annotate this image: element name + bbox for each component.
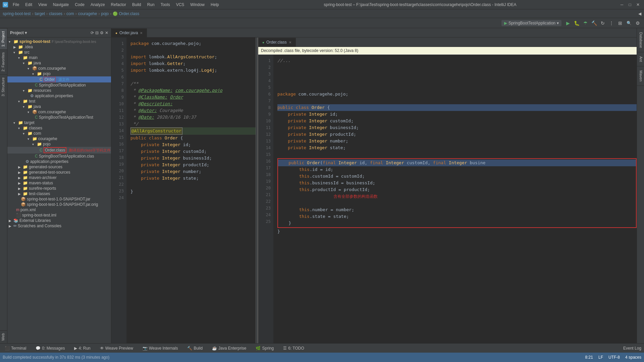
bottom-tab-weave-internals[interactable]: 📷 Weave Internals bbox=[141, 345, 180, 351]
sidebar-tab-favorites[interactable]: 2: Favorites bbox=[0, 49, 7, 74]
project-sync-icon[interactable]: ⟳ bbox=[91, 31, 94, 35]
breadcrumb-classes[interactable]: classes bbox=[49, 11, 62, 16]
project-collapse-icon[interactable]: ⊟ bbox=[95, 31, 99, 35]
tree-scratches[interactable]: ▶ ✏ Scratches and Consoles bbox=[7, 223, 111, 229]
tree-classes-couragehe[interactable]: ▾ 📁 couragehe bbox=[7, 136, 111, 141]
tab-order-class[interactable]: ● Order.class ✕ bbox=[258, 38, 296, 47]
tree-com-couragehe[interactable]: ▾ 📦 com.couragehe bbox=[7, 66, 111, 71]
back-button[interactable]: ◀ bbox=[638, 11, 641, 16]
tree-gen-test-sources[interactable]: ▶ 📁 generated-test-sources bbox=[7, 170, 111, 175]
right-code-editor[interactable]: 12345 678910 1112131415 1617181920 21222… bbox=[258, 55, 637, 343]
encoding[interactable]: UTF-8 bbox=[608, 355, 620, 360]
code-content-left[interactable]: package com.couragehe.pojo; import lombo… bbox=[126, 38, 256, 343]
breadcrumb-com[interactable]: com bbox=[66, 11, 74, 16]
tree-classes[interactable]: ▾ 📁 classes bbox=[7, 125, 111, 131]
bottom-tab-terminal[interactable]: ⬛ Terminal bbox=[3, 345, 28, 351]
run-button[interactable]: ▶ bbox=[564, 19, 572, 27]
right-tab-ant[interactable]: Ant bbox=[637, 52, 644, 66]
tree-surefire[interactable]: ▶ 📁 surefire-reports bbox=[7, 186, 111, 191]
menu-edit[interactable]: Edit bbox=[22, 2, 35, 8]
tree-java[interactable]: ▾ 📁 java bbox=[7, 60, 111, 66]
right-tab-maven[interactable]: Maven bbox=[637, 66, 644, 86]
tree-jar-orig[interactable]: 📦 spring-boot-test-1.0-SNAPSHOT.jar.orig bbox=[7, 202, 111, 207]
bottom-tab-run[interactable]: ▶ 4: Run bbox=[72, 345, 92, 351]
tree-src[interactable]: ▾ 📁 src bbox=[7, 50, 111, 55]
tree-springbootapp[interactable]: C SpringBootTestApplication bbox=[7, 82, 111, 88]
sync-button[interactable]: ↻ bbox=[599, 19, 606, 27]
bottom-tab-build[interactable]: 🔨 Build bbox=[185, 345, 205, 351]
sidebar-tab-web[interactable]: Web bbox=[0, 330, 7, 343]
build-button[interactable]: 🔨 bbox=[590, 19, 598, 27]
bottom-tab-weave-preview[interactable]: 👁 Weave Preview bbox=[98, 345, 135, 351]
tree-resources[interactable]: ▾ 📁 resources bbox=[7, 88, 111, 93]
code-content-right[interactable]: //... package com.couragehe.pojo; public… bbox=[273, 55, 637, 343]
menu-analyze[interactable]: Analyze bbox=[88, 2, 108, 8]
debug-button[interactable]: 🐛 bbox=[573, 19, 580, 27]
tree-pojo[interactable]: ▾ 📁 pojo bbox=[7, 71, 111, 76]
tree-idea[interactable]: ▶ 📁 .idea bbox=[7, 44, 111, 50]
line-separator[interactable]: LF bbox=[598, 355, 603, 360]
tree-order-java[interactable]: C Order 源文件 bbox=[7, 76, 111, 82]
menu-file[interactable]: File bbox=[10, 2, 22, 8]
menu-vcs[interactable]: VCS bbox=[173, 2, 187, 8]
tree-target[interactable]: ▾ 📁 target bbox=[7, 120, 111, 125]
menu-navigate[interactable]: Navigate bbox=[50, 2, 71, 8]
bottom-tab-todo[interactable]: ☰ 6: TODO bbox=[281, 345, 306, 351]
bottom-tab-messages[interactable]: 💬 0: Messages bbox=[34, 345, 67, 351]
tree-iml[interactable]: ⬛ spring-boot-test.iml bbox=[7, 213, 111, 218]
menu-help[interactable]: Help bbox=[208, 2, 222, 8]
tree-test-folder[interactable]: ▾ 📁 test bbox=[7, 99, 111, 104]
bottom-tab-java-enterprise[interactable]: ☕ Java Enterprise bbox=[210, 345, 248, 351]
tree-springboot-class[interactable]: C SpringBootTestApplication.clas bbox=[7, 154, 111, 159]
sidebar-tab-project[interactable]: 1: Project bbox=[0, 28, 7, 49]
minimize-button[interactable]: ─ bbox=[619, 2, 625, 7]
tree-test-java[interactable]: ▾ 📁 java bbox=[7, 104, 111, 109]
menu-tools[interactable]: Tools bbox=[158, 2, 173, 8]
menu-code[interactable]: Code bbox=[72, 2, 87, 8]
breadcrumb-project[interactable]: spring-boot-test bbox=[3, 11, 31, 16]
tree-order-class[interactable]: C Order.class 翻译后的class字节码文件 bbox=[7, 147, 111, 154]
close-button[interactable]: ✕ bbox=[635, 2, 641, 7]
coverage-button[interactable]: ☂ bbox=[582, 19, 589, 27]
tree-jar[interactable]: 📦 spring-boot-test-1.0-SNAPSHOT.jar bbox=[7, 196, 111, 202]
menu-build[interactable]: Build bbox=[129, 2, 144, 8]
breadcrumb-target[interactable]: target bbox=[35, 11, 45, 16]
tree-app-props1[interactable]: ⚙ application.properties bbox=[7, 93, 111, 99]
tree-classes-props[interactable]: ⚙ application.properties bbox=[7, 159, 111, 164]
menu-view[interactable]: View bbox=[36, 2, 50, 8]
breadcrumb-pojo[interactable]: pojo bbox=[101, 11, 109, 16]
tree-gen-sources[interactable]: ▶ 📁 generated-sources bbox=[7, 164, 111, 170]
breadcrumb-file[interactable]: 🟢 Order.class bbox=[113, 11, 139, 16]
project-close-icon[interactable]: ✕ bbox=[105, 31, 108, 35]
sidebar-tab-structure[interactable]: 3: Structure bbox=[0, 74, 7, 99]
event-log-button[interactable]: Event Log bbox=[623, 346, 641, 351]
tree-root[interactable]: ▾ 📁 spring-boot-test F:\java\Test\spring… bbox=[7, 39, 111, 44]
tree-test-app[interactable]: C SpringBootTestApplicationTest bbox=[7, 115, 111, 120]
right-tab-database[interactable]: Database bbox=[637, 28, 644, 52]
run-config[interactable]: ▶ SpringBootTestApplication ▾ bbox=[501, 20, 561, 26]
tree-test-com[interactable]: ▾ 📦 com.couragehe bbox=[7, 109, 111, 115]
maximize-button[interactable]: □ bbox=[627, 2, 633, 7]
menu-window[interactable]: Window bbox=[187, 2, 207, 8]
tab-order-java[interactable]: ● Order.java ✕ bbox=[111, 28, 147, 37]
tab-close-java[interactable]: ✕ bbox=[140, 31, 143, 35]
tree-classes-com[interactable]: ▾ 📁 com bbox=[7, 131, 111, 136]
tree-maven-archiver[interactable]: ▶ 📁 maven-archiver bbox=[7, 175, 111, 180]
tree-test-classes[interactable]: ▶ 📁 test-classes bbox=[7, 191, 111, 196]
tree-classes-pojo[interactable]: ▾ 📁 pojo bbox=[7, 141, 111, 147]
breadcrumb-couragehe[interactable]: couragehe bbox=[78, 11, 97, 16]
tab-close-class[interactable]: ✕ bbox=[289, 41, 291, 44]
layout-button[interactable]: ⊞ bbox=[616, 19, 624, 27]
more-button[interactable]: ⋮ bbox=[608, 19, 615, 27]
bottom-tab-spring[interactable]: 🌿 Spring bbox=[254, 345, 276, 351]
menu-run[interactable]: Run bbox=[145, 2, 157, 8]
tree-main[interactable]: ▾ 📁 main bbox=[7, 55, 111, 60]
tree-maven-status[interactable]: ▶ 📁 maven-status bbox=[7, 180, 111, 186]
tree-pom[interactable]: m pom.xml bbox=[7, 207, 111, 213]
project-settings-icon[interactable]: ⚙ bbox=[100, 31, 104, 35]
tree-external-libs[interactable]: ▶ 📚 External Libraries bbox=[7, 218, 111, 223]
search-button[interactable]: 🔍 bbox=[625, 19, 633, 27]
indent-info[interactable]: 4 spaces bbox=[625, 355, 641, 360]
gear-button[interactable]: ⚙ bbox=[634, 19, 641, 27]
cursor-position[interactable]: 8:21 bbox=[585, 355, 593, 360]
